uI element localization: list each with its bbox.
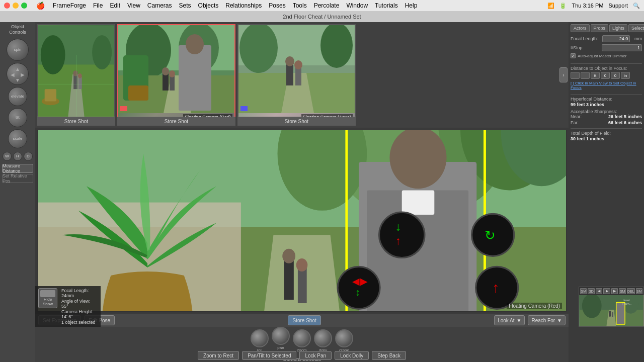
selected-info: 1 object selected [61,320,98,325]
menu-objects[interactable]: Objects [198,2,219,9]
scale-control[interactable]: scale [8,129,27,148]
mm-3d[interactable]: 3D [588,288,594,294]
tab-actors[interactable]: Actors [571,24,590,32]
tab-lights[interactable]: Lights [609,24,627,32]
pan-tilt-to-selected-button[interactable]: Pan/Tilt to Selected [242,351,296,360]
thumbnail-2[interactable]: Floating Camera (Red) Store Shot [117,24,235,126]
tab-select[interactable]: Select [628,24,644,32]
menu-help[interactable]: Help [405,2,418,9]
svg-point-3 [41,35,65,74]
lock-pan-button[interactable]: Lock Pan [299,351,332,360]
mm-sm-2[interactable]: SM [619,288,625,294]
thumb-green-svg [38,24,114,122]
menu-view[interactable]: View [127,2,140,9]
menu-window[interactable]: Window [346,2,368,9]
svg-rect-77 [609,311,611,317]
main-viewport[interactable]: ↓ ↑ ↻ ◀ ▶ ↕ ↑ [37,130,567,312]
click-in-main-link[interactable]: [ ] Click in Main View to Set Object in … [571,81,642,90]
svg-rect-21 [179,45,211,111]
dist-field-3[interactable]: 0 [601,72,610,79]
fstop-value[interactable]: 1 [602,44,642,51]
hide-show-button[interactable]: Hide Show [38,288,57,308]
menu-edit[interactable]: Edit [110,2,120,9]
store-shot-button[interactable]: Store Shot [288,315,320,325]
spin-control[interactable]: spin [7,39,29,61]
focal-length-info: Focal Length: 24mm [61,288,98,298]
distance-section-title: Distance to Object in Focus: [571,66,642,71]
svg-point-24 [162,67,169,75]
camera-controls: roll pantilt zoom dolly [35,327,569,362]
mm-del[interactable]: DEL [627,288,635,294]
w-button[interactable]: W [3,152,12,161]
menu-tutorials[interactable]: Tutorials [375,2,398,9]
thumbnail-1[interactable]: Store Shot [37,24,115,126]
dist-field-in: in [621,72,630,79]
svg-point-34 [285,56,294,66]
menu-frameforge[interactable]: FrameForge [53,2,86,9]
look-at-dropdown[interactable]: Look At ▼ [494,315,525,325]
elevate-control[interactable]: elevate [8,87,27,106]
divider-2 [571,94,642,95]
roll-knob[interactable] [251,329,269,347]
lock-dolly-button[interactable]: Lock Dolly [335,351,369,360]
window-title: 2nd Floor Cheat / Unnamed Set [283,14,361,20]
thumbnail-3[interactable]: Floating Camera (Aqua) Store Shot [237,24,356,126]
mm-next[interactable]: ▶ [603,288,610,294]
maximize-button[interactable] [21,3,27,9]
acceptable-sharpness-label: Acceptable Sharpness: [571,109,642,114]
set-relative-pos-button[interactable]: Set Relative Pos [2,174,33,183]
minimize-button[interactable] [13,3,19,9]
svg-text:↻: ↻ [485,228,496,242]
reach-for-dropdown[interactable]: Reach For ▼ [528,315,566,325]
svg-point-10 [78,73,82,78]
zoom-to-rect-button[interactable]: Zoom to Rect [198,351,239,360]
minimap-image[interactable]: Inset Fram... [579,295,643,326]
svg-text:Inset: Inset [623,299,630,302]
thumb-aqua-svg [238,25,356,113]
svg-rect-6 [45,89,56,101]
d-button[interactable]: D [24,152,33,161]
menu-sets[interactable]: Sets [179,2,191,9]
menu-percolate[interactable]: Percolate [314,2,340,9]
apple-menu[interactable]: 🍎 [36,2,45,10]
close-button[interactable] [4,3,10,9]
menu-poses[interactable]: Poses [269,2,285,9]
focal-length-value[interactable]: 24.0 [602,35,630,42]
search-icon[interactable]: 🔍 [633,3,640,9]
menu-relationships[interactable]: Relationships [225,2,262,9]
svg-rect-7 [73,74,77,89]
filmstrip-nav-right[interactable]: › [559,67,568,82]
menu-file[interactable]: File [93,2,103,9]
svg-point-36 [294,60,302,69]
clock: Thu 3:16 PM [572,3,603,9]
dist-field-4[interactable]: 0 [611,72,620,79]
pan-tilt-knob[interactable] [272,327,290,345]
h-button[interactable]: H [13,152,22,161]
near-row: Near: 26 feet 5 inches [571,114,642,119]
store-shot-3[interactable]: Store Shot [237,117,356,126]
tab-props[interactable]: Props [591,24,609,32]
support-link[interactable]: Support [608,3,628,9]
crane-knob[interactable] [335,329,353,347]
dist-field-2[interactable] [581,72,590,79]
mm-sm-1[interactable]: SM [580,288,587,294]
mm-sm-3[interactable]: SM [636,288,642,294]
dist-field-1[interactable] [571,72,580,79]
store-shot-1[interactable]: Store Shot [37,117,115,126]
thumb-green-view [37,24,115,122]
step-back-button[interactable]: Step Back [372,351,406,360]
mm-play[interactable]: ▶ [611,288,618,294]
mm-prev[interactable]: ◀ [596,288,602,294]
tilt-label: tilt [16,115,20,120]
move-control[interactable]: ▲ ◀▶ ▼ [7,63,29,85]
menu-cameras[interactable]: Cameras [147,2,172,9]
menu-tools[interactable]: Tools [293,2,307,9]
far-row: Far: 66 feet 6 inches [571,120,642,125]
tilt-control[interactable]: tilt [8,108,27,127]
measure-distance-button[interactable]: Measure Distance [2,164,33,173]
zoom-knob[interactable] [293,329,311,347]
svg-text:↑: ↑ [492,280,500,296]
store-shot-2[interactable]: Store Shot [117,117,235,126]
dolly-knob[interactable] [314,329,332,347]
auto-adjust-checkbox[interactable]: ✓ [571,53,576,58]
